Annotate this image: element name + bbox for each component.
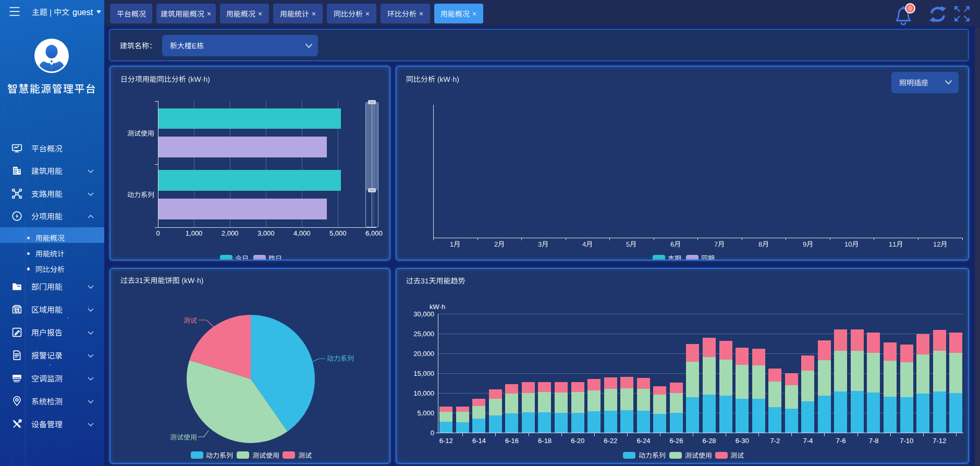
svg-text:0: 0 <box>909 5 912 11</box>
